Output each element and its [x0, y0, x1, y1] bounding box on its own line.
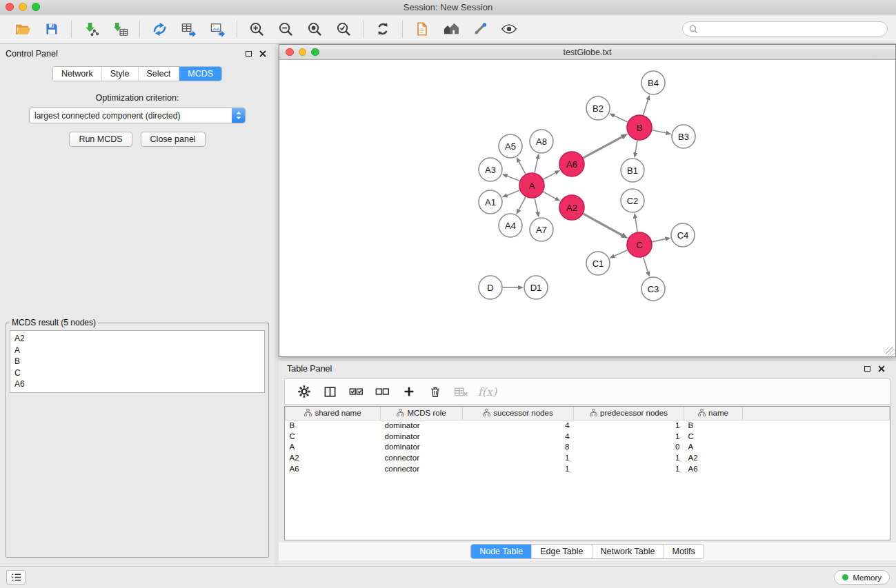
add-row-button[interactable] [398, 381, 419, 402]
edge-A-A1[interactable] [506, 190, 519, 196]
edge-A2-C[interactable] [584, 214, 623, 235]
table-cell[interactable]: 4 [463, 420, 574, 431]
show-hide-button[interactable] [495, 17, 524, 41]
table-cell[interactable]: A [684, 442, 743, 453]
mcds-result-item-b[interactable]: B [10, 356, 264, 367]
table-row-b[interactable]: Bdominator41B [286, 420, 890, 431]
window-resize-grip[interactable] [886, 347, 895, 356]
edge-C-C2[interactable] [635, 218, 637, 232]
table-cell[interactable]: 4 [463, 431, 574, 442]
node-A2[interactable]: A2 [559, 195, 584, 220]
node-C2[interactable]: C2 [621, 189, 644, 212]
node-D[interactable]: D [479, 276, 502, 299]
node-C[interactable]: C [627, 232, 652, 257]
search-box[interactable] [682, 21, 888, 37]
task-history-button[interactable] [6, 570, 26, 585]
table-cell[interactable]: 1 [463, 463, 574, 474]
column-header-name[interactable]: name [684, 407, 743, 420]
table-row-c[interactable]: Cdominator41C [286, 431, 890, 442]
node-A1[interactable]: A1 [479, 190, 502, 214]
table-cell[interactable]: 8 [463, 442, 574, 453]
table-cell[interactable]: C [684, 431, 743, 442]
table-cell[interactable]: B [684, 420, 743, 431]
table-row-a2[interactable]: A2connector11A2 [286, 452, 890, 463]
close-window-button[interactable] [6, 3, 14, 11]
edge-A-A8[interactable] [535, 158, 538, 172]
column-header-successor-nodes[interactable]: successor nodes [463, 407, 574, 420]
edge-B-B4[interactable] [644, 99, 648, 115]
table-cell[interactable]: 0 [574, 442, 684, 453]
edge-B-B2[interactable] [614, 116, 628, 122]
tab-mcds[interactable]: MCDS [179, 67, 221, 81]
tab-network[interactable]: Network [53, 67, 101, 81]
table-cell[interactable]: C [286, 431, 381, 442]
column-header-mcds-role[interactable]: MCDS role [381, 407, 463, 420]
zoom-in-button[interactable] [242, 17, 271, 41]
tab-motifs[interactable]: Motifs [663, 545, 703, 558]
column-header-shared-name[interactable]: shared name [286, 407, 381, 420]
maximize-network-window-button[interactable] [311, 48, 319, 57]
mcds-result-item-c[interactable]: C [10, 367, 264, 379]
network-canvas[interactable]: B4B2BB3A8A5A6A3B1AC2A1A2A4A7C4CC1C3DD1 [279, 60, 895, 356]
deselect-all-button[interactable] [372, 381, 393, 402]
mcds-result-item-a[interactable]: A [10, 345, 264, 356]
export-network-button[interactable] [145, 17, 174, 41]
function-builder-button[interactable]: f(x) [477, 381, 498, 402]
open-session-button[interactable] [8, 17, 37, 41]
node-B3[interactable]: B3 [672, 125, 695, 148]
tab-style[interactable]: Style [101, 67, 138, 81]
select-all-button[interactable] [346, 381, 367, 402]
zoom-selected-button[interactable] [329, 17, 358, 41]
table-cell[interactable]: A6 [684, 463, 743, 474]
style-filter-button[interactable] [466, 17, 495, 41]
home-button[interactable] [437, 17, 466, 41]
open-document-button[interactable] [408, 17, 437, 41]
mcds-result-list[interactable]: A2ABCA6 [10, 330, 265, 393]
edge-A-A6[interactable] [544, 172, 556, 179]
import-table-disabled-button[interactable] [450, 381, 472, 402]
edge-C-C1[interactable] [614, 250, 628, 256]
maximize-window-button[interactable] [32, 3, 40, 11]
node-A8[interactable]: A8 [530, 130, 553, 153]
apply-layout-button[interactable] [368, 17, 397, 41]
table-cell[interactable]: B [286, 420, 381, 431]
table-cell[interactable]: 1 [574, 463, 684, 474]
node-B4[interactable]: B4 [641, 71, 665, 94]
table-cell[interactable]: dominator [381, 442, 463, 453]
table-cell[interactable]: 1 [463, 452, 574, 463]
node-C1[interactable]: C1 [586, 252, 610, 275]
table-cell[interactable]: connector [381, 452, 463, 463]
close-panel-icon[interactable] [259, 50, 266, 57]
table-cell[interactable]: A [286, 442, 381, 453]
show-column-button[interactable] [319, 381, 341, 402]
import-table-button[interactable] [106, 17, 135, 41]
table-cell[interactable]: 1 [574, 420, 684, 431]
node-A7[interactable]: A7 [530, 218, 553, 241]
close-table-panel-icon[interactable] [878, 365, 885, 372]
edge-A-A5[interactable] [519, 161, 526, 174]
table-row-a[interactable]: Adominator80A [286, 442, 890, 453]
table-cell[interactable]: 1 [574, 452, 684, 463]
edge-C-C4[interactable] [653, 239, 666, 241]
node-C4[interactable]: C4 [671, 223, 695, 247]
column-header-predecessor-nodes[interactable]: predecessor nodes [574, 407, 684, 420]
close-network-window-button[interactable] [286, 48, 294, 57]
edge-B-B3[interactable] [653, 130, 667, 133]
import-network-button[interactable] [77, 17, 106, 41]
table-cell[interactable]: dominator [381, 420, 463, 431]
table-cell[interactable]: connector [381, 463, 463, 474]
table-row-a6[interactable]: A6connector11A6 [286, 463, 890, 474]
node-A5[interactable]: A5 [499, 134, 522, 158]
export-image-button[interactable] [203, 17, 232, 41]
table-cell[interactable]: A2 [286, 452, 381, 463]
edge-A6-B[interactable] [584, 136, 623, 158]
search-input[interactable] [701, 24, 881, 34]
close-panel-button[interactable]: Close panel [141, 132, 206, 147]
edge-A-A3[interactable] [506, 176, 519, 181]
edge-A-A2[interactable] [544, 192, 557, 199]
node-B1[interactable]: B1 [621, 159, 644, 182]
run-mcds-button[interactable]: Run MCDS [69, 132, 132, 147]
node-B[interactable]: B [627, 115, 652, 140]
export-table-button[interactable] [174, 17, 203, 41]
float-table-panel-button[interactable] [864, 366, 870, 372]
